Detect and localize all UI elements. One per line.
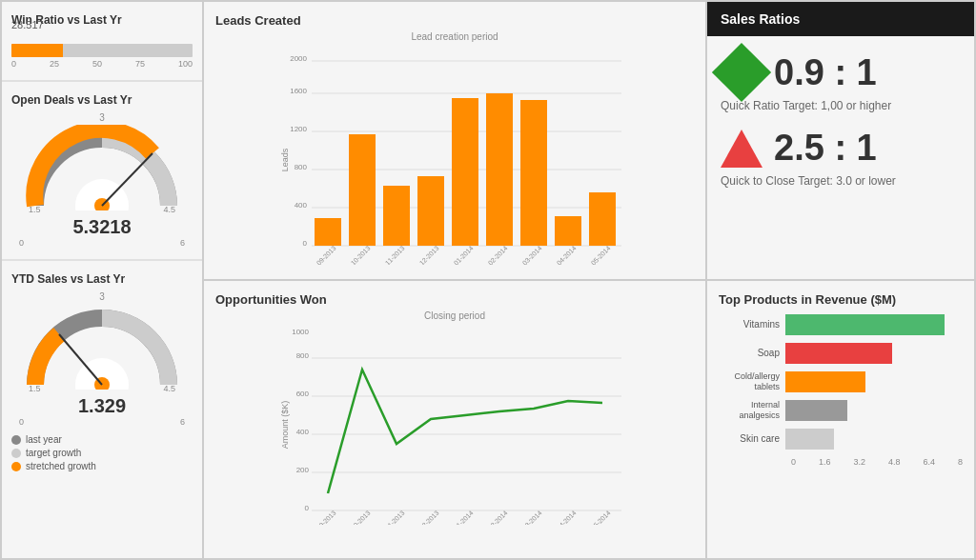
svg-text:400: 400 bbox=[296, 428, 310, 436]
product-bar-skin-care bbox=[785, 429, 834, 450]
svg-text:1000: 1000 bbox=[292, 328, 309, 336]
svg-text:0: 0 bbox=[305, 504, 310, 512]
quick-ratio-value: 0.9 : 1 bbox=[774, 52, 877, 93]
sales-ratios-panel: Sales Ratios 0.9 : 1 Quick Ratio Target:… bbox=[707, 2, 974, 279]
product-cold-allergy: Cold/allergy tablets bbox=[719, 371, 963, 392]
win-ratio-panel: Win Ratio vs Last Yr 28.517 0 25 50 75 1… bbox=[2, 2, 202, 82]
svg-text:800: 800 bbox=[295, 163, 308, 171]
win-ratio-bar-track bbox=[11, 44, 193, 57]
ytd-sales-value: 1.329 bbox=[11, 395, 193, 417]
leads-chart: Leads 0 400 800 1200 1600 2000 bbox=[215, 46, 694, 265]
legend-label-stretched: stretched growth bbox=[26, 461, 96, 471]
svg-text:11-2013: 11-2013 bbox=[384, 510, 406, 525]
open-deals-gauge bbox=[21, 125, 183, 210]
product-bar-internal-analgesics bbox=[785, 400, 847, 421]
svg-text:02-2014: 02-2014 bbox=[487, 510, 509, 525]
opportunities-panel: Opportunities Won Closing period Amount … bbox=[204, 281, 705, 558]
win-ratio-axis-labels: 0 25 50 75 100 bbox=[11, 59, 193, 69]
svg-text:12-2013: 12-2013 bbox=[418, 245, 440, 265]
svg-text:04-2014: 04-2014 bbox=[556, 245, 578, 265]
legend-label-last-year: last year bbox=[26, 434, 62, 445]
quick-close-target: Quick to Close Target: 3.0 or lower bbox=[721, 174, 961, 188]
quick-ratio-target: Quick Ratio Target: 1,00 or higher bbox=[721, 99, 961, 112]
legend-target-growth: target growth bbox=[11, 448, 193, 458]
product-label-cold-allergy: Cold/allergy tablets bbox=[719, 371, 785, 392]
svg-text:09-2013: 09-2013 bbox=[315, 510, 337, 525]
svg-text:05-2014: 05-2014 bbox=[590, 245, 612, 265]
svg-text:01-2014: 01-2014 bbox=[453, 510, 475, 525]
svg-text:10-2013: 10-2013 bbox=[350, 245, 372, 265]
svg-text:03-2014: 03-2014 bbox=[521, 245, 543, 265]
product-label-vitamins: Vitamins bbox=[719, 319, 785, 330]
leads-created-title: Leads Created bbox=[215, 13, 694, 28]
ytd-sales-title: YTD Sales vs Last Yr bbox=[11, 272, 193, 286]
product-label-skin-care: Skin care bbox=[719, 433, 785, 445]
product-label-internal-analgesics: Internal analgesics bbox=[719, 400, 785, 421]
left-panel: Win Ratio vs Last Yr 28.517 0 25 50 75 1… bbox=[2, 2, 202, 558]
svg-rect-27 bbox=[589, 192, 616, 246]
legend-dot-stretched bbox=[11, 462, 21, 471]
opportunities-chart: Amount ($K) 0 200 400 600 800 1000 bbox=[215, 325, 694, 525]
product-bar-soap bbox=[785, 343, 892, 364]
svg-text:1600: 1600 bbox=[290, 87, 307, 95]
legend-dot-last-year bbox=[11, 435, 21, 445]
quick-close-value: 2.5 : 1 bbox=[774, 128, 877, 169]
svg-text:01-2014: 01-2014 bbox=[453, 245, 475, 265]
opportunities-subtitle: Closing period bbox=[215, 310, 694, 321]
svg-text:Amount ($K): Amount ($K) bbox=[280, 401, 290, 450]
legend: last year target growth stretched growth bbox=[11, 434, 193, 471]
sales-ratios-body: 0.9 : 1 Quick Ratio Target: 1,00 or high… bbox=[707, 36, 974, 218]
ytd-sales-panel: YTD Sales vs Last Yr 3 1.5 4.5 1.329 bbox=[2, 261, 202, 558]
sales-ratios-title: Sales Ratios bbox=[707, 2, 974, 36]
product-soap: Soap bbox=[719, 343, 963, 364]
open-deals-panel: Open Deals vs Last Yr 3 bbox=[2, 82, 202, 261]
diamond-icon bbox=[712, 43, 771, 102]
svg-text:0: 0 bbox=[303, 239, 308, 248]
svg-text:10-2013: 10-2013 bbox=[350, 510, 372, 525]
svg-rect-20 bbox=[349, 134, 376, 246]
svg-text:1200: 1200 bbox=[290, 125, 307, 133]
product-internal-analgesics: Internal analgesics bbox=[719, 400, 963, 421]
win-ratio-bar-fill bbox=[11, 44, 63, 57]
svg-text:12-2013: 12-2013 bbox=[418, 510, 440, 525]
win-ratio-value: 28.517 bbox=[11, 19, 44, 30]
legend-last-year: last year bbox=[11, 434, 193, 445]
svg-text:05-2014: 05-2014 bbox=[590, 510, 612, 525]
svg-text:600: 600 bbox=[296, 390, 310, 398]
product-label-soap: Soap bbox=[719, 348, 785, 359]
quick-ratio-row: 0.9 : 1 bbox=[721, 51, 961, 93]
product-x-axis: 0 1.6 3.2 4.8 6.4 8 bbox=[719, 457, 963, 467]
svg-rect-19 bbox=[315, 218, 341, 246]
svg-text:800: 800 bbox=[296, 351, 310, 360]
svg-rect-26 bbox=[555, 216, 581, 246]
legend-dot-target bbox=[11, 449, 21, 458]
product-bars: Vitamins Soap Cold/allergy tablets bbox=[719, 314, 963, 467]
dashboard: Win Ratio vs Last Yr 28.517 0 25 50 75 1… bbox=[0, 0, 976, 560]
svg-text:400: 400 bbox=[295, 201, 308, 210]
ytd-sales-gauge bbox=[21, 304, 183, 390]
svg-text:04-2014: 04-2014 bbox=[556, 510, 578, 525]
legend-label-target: target growth bbox=[26, 448, 81, 458]
svg-text:09-2013: 09-2013 bbox=[315, 245, 337, 265]
leads-chart-subtitle: Lead creation period bbox=[215, 31, 694, 42]
svg-rect-25 bbox=[520, 100, 547, 246]
product-skin-care: Skin care bbox=[719, 429, 963, 450]
svg-rect-24 bbox=[486, 93, 513, 246]
product-vitamins: Vitamins bbox=[719, 314, 963, 335]
svg-text:11-2013: 11-2013 bbox=[384, 245, 406, 265]
leads-created-panel: Leads Created Lead creation period Leads… bbox=[204, 2, 705, 279]
legend-stretched-growth: stretched growth bbox=[11, 461, 193, 471]
svg-rect-22 bbox=[417, 176, 444, 246]
product-bar-cold-allergy bbox=[785, 371, 865, 392]
svg-text:03-2014: 03-2014 bbox=[521, 510, 543, 525]
opportunities-title: Opportunities Won bbox=[215, 292, 694, 307]
svg-rect-23 bbox=[452, 98, 478, 246]
svg-text:200: 200 bbox=[296, 466, 310, 474]
svg-text:Leads: Leads bbox=[280, 148, 290, 171]
svg-text:02-2014: 02-2014 bbox=[487, 245, 509, 265]
triangle-icon bbox=[721, 130, 762, 168]
open-deals-title: Open Deals vs Last Yr bbox=[11, 93, 193, 107]
open-deals-value: 5.3218 bbox=[11, 216, 193, 238]
quick-close-row: 2.5 : 1 bbox=[721, 128, 961, 169]
svg-text:2000: 2000 bbox=[290, 54, 307, 63]
